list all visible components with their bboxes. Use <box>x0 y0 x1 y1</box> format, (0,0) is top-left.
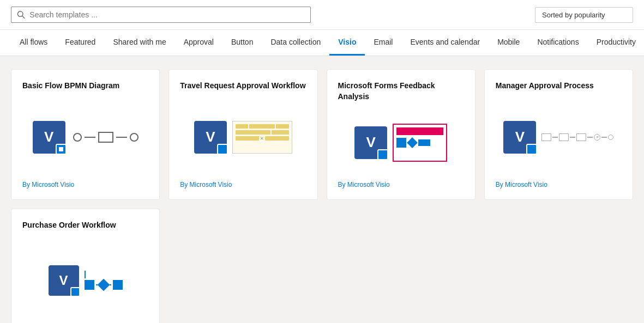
card-author-forms: By Microsoft Visio <box>338 181 464 188</box>
card-title-forms: Microsoft Forms Feedback Analysis <box>338 81 464 102</box>
search-icon <box>17 10 25 19</box>
card-title-travel: Travel Request Approval Workflow <box>180 81 306 92</box>
card-basic-flow-bpmn[interactable]: Basic Flow BPMN Diagram V <box>11 69 160 200</box>
card-visual-manager: V × <box>496 100 622 174</box>
tab-button[interactable]: Button <box>222 30 262 56</box>
card-ms-forms[interactable]: Microsoft Forms Feedback Analysis V <box>327 69 476 200</box>
tab-shared-with-me[interactable]: Shared with me <box>104 30 174 56</box>
card-author-travel: By Microsoft Visio <box>180 181 306 188</box>
visio-icon-purchase: V <box>49 265 79 296</box>
card-author-bpmn: By Microsoft Visio <box>22 181 148 188</box>
tab-notifications[interactable]: Notifications <box>528 30 587 56</box>
cards-grid-row2: Purchase Order Workflow V <box>11 209 633 323</box>
purchase-diagram <box>85 271 123 290</box>
card-title-manager: Manager Approval Process <box>496 81 622 92</box>
bpmn-diagram: V <box>33 121 139 154</box>
nav-tabs: All flows Featured Shared with me Approv… <box>0 30 644 56</box>
card-visual-travel: V <box>180 100 306 174</box>
visio-icon-manager: V <box>503 121 536 154</box>
card-travel-request[interactable]: Travel Request Approval Workflow V <box>168 69 317 200</box>
bpmn-end-circle <box>130 133 139 142</box>
top-bar: Sorted by popularity <box>0 0 644 30</box>
bpmn-start-circle <box>73 133 82 142</box>
tab-email[interactable]: Email <box>365 30 401 56</box>
card-manager-approval[interactable]: Manager Approval Process V × <box>484 69 633 200</box>
tab-featured[interactable]: Featured <box>56 30 104 56</box>
manager-diagram: × <box>541 133 613 141</box>
forms-diagram <box>393 124 447 162</box>
card-title-purchase: Purchase Order Workflow <box>22 220 148 231</box>
tab-data-collection[interactable]: Data collection <box>262 30 329 56</box>
card-author-manager: By Microsoft Visio <box>496 181 622 188</box>
cards-grid-row1: Basic Flow BPMN Diagram V <box>11 69 633 200</box>
main-content: Basic Flow BPMN Diagram V <box>0 56 644 323</box>
tab-mobile[interactable]: Mobile <box>489 30 528 56</box>
travel-diagram: ✕ <box>232 121 292 154</box>
visio-icon-travel: V <box>194 121 227 154</box>
card-title-bpmn: Basic Flow BPMN Diagram <box>22 81 148 92</box>
svg-point-0 <box>17 11 23 17</box>
card-visual-forms: V <box>338 111 464 174</box>
tab-productivity[interactable]: Productivity <box>588 30 644 56</box>
card-purchase-order[interactable]: Purchase Order Workflow V <box>11 209 160 323</box>
sort-dropdown[interactable]: Sorted by popularity <box>535 7 633 23</box>
search-input[interactable] <box>29 10 305 19</box>
bpmn-task-rect <box>98 132 113 143</box>
search-box[interactable] <box>11 7 311 23</box>
tab-visio[interactable]: Visio <box>329 30 365 56</box>
visio-icon-forms: V <box>354 126 387 159</box>
tab-all-flows[interactable]: All flows <box>11 30 56 56</box>
card-visual-purchase: V <box>22 240 148 321</box>
svg-line-1 <box>22 16 25 18</box>
tab-events-calendar[interactable]: Events and calendar <box>401 30 489 56</box>
tab-approval[interactable]: Approval <box>175 30 222 56</box>
visio-icon-bpmn: V <box>33 121 65 154</box>
bpmn-flow-diagram <box>73 132 139 143</box>
card-visual-bpmn: V <box>22 100 148 174</box>
